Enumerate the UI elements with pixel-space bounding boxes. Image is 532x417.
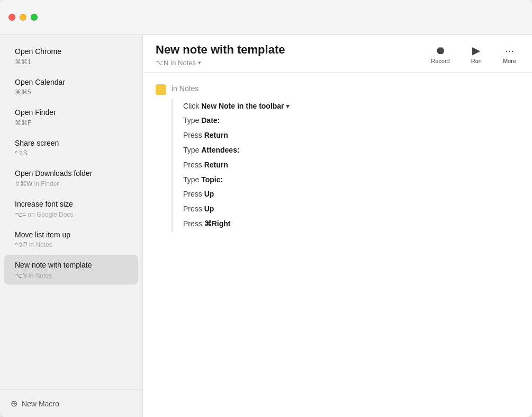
run-icon: ▶ <box>472 45 480 56</box>
content-title: New note with template <box>156 42 285 58</box>
step-suffix: ▾ <box>284 102 290 110</box>
step-keyword: Type <box>183 116 201 125</box>
sidebar-item-move-list-item[interactable]: Move list item up ^⇧P in Notes <box>4 225 138 254</box>
step-value: Topic: <box>201 175 223 184</box>
main-window: Open Chrome ⌘⌘1 Open Calendar ⌘⌘5 Open F… <box>0 0 532 417</box>
steps-area: in Notes Click New Note in the toolbar ▾… <box>143 73 532 417</box>
step-item: Type Attendees: <box>183 143 519 158</box>
sidebar-item-shortcut: ⌥= on Google Docs <box>15 211 128 218</box>
app-context-label: in Notes <box>172 83 199 93</box>
plus-circle-icon: ⊕ <box>11 398 17 409</box>
notes-app-icon <box>156 84 166 95</box>
sidebar-item-title: Open Calendar <box>15 77 128 88</box>
content-panel: New note with template ⌥N in Notes ▾ ⏺ R… <box>143 35 532 417</box>
step-keyword: Press <box>183 161 204 169</box>
step-value: ⌘Right <box>204 219 231 228</box>
sidebar-item-title: New note with template <box>15 260 128 271</box>
step-keyword: Press <box>183 205 204 213</box>
close-button[interactable] <box>8 14 15 21</box>
sidebar-item-shortcut: ⌘⌘5 <box>15 88 128 96</box>
sidebar-item-share-screen[interactable]: Share screen ^⇧S <box>4 133 138 163</box>
title-bar <box>0 0 532 35</box>
step-value: Attendees: <box>201 146 239 154</box>
step-value: Date: <box>201 116 220 125</box>
sidebar-item-title: Share screen <box>15 138 128 149</box>
step-value: New Note in the toolbar <box>201 102 284 110</box>
sidebar-item-shortcut: ^⇧S <box>15 149 128 157</box>
step-item: Type Date: <box>183 113 519 128</box>
record-icon: ⏺ <box>435 45 446 56</box>
sidebar-item-shortcut: ⌥N in Notes <box>15 272 128 279</box>
sidebar-item-open-chrome[interactable]: Open Chrome ⌘⌘1 <box>4 41 138 71</box>
sidebar-item-open-finder[interactable]: Open Finder ⌘⌘F <box>4 102 138 132</box>
step-value: Return <box>204 131 228 139</box>
content-subtitle: ⌥N in Notes ▾ <box>156 59 285 67</box>
sidebar-item-open-calendar[interactable]: Open Calendar ⌘⌘5 <box>4 72 138 102</box>
maximize-button[interactable] <box>31 14 38 21</box>
new-macro-label: New Macro <box>22 400 59 408</box>
in-notes-label: in Notes <box>170 59 196 67</box>
sidebar-item-increase-font[interactable]: Increase font size ⌥= on Google Docs <box>4 194 138 224</box>
step-item: Press Up <box>183 187 519 202</box>
more-button[interactable]: ··· More <box>500 43 519 66</box>
step-item: Type Topic: <box>183 173 519 188</box>
sidebar-item-title: Open Chrome <box>15 47 128 57</box>
content-header: New note with template ⌥N in Notes ▾ ⏺ R… <box>143 35 532 73</box>
step-value: Up <box>204 190 214 198</box>
sidebar-item-title: Move list item up <box>15 230 128 241</box>
sidebar-item-open-downloads[interactable]: Open Downloads folder ⇧⌘W in Finder <box>4 163 138 193</box>
step-item: Press Up <box>183 202 519 217</box>
step-item: Press Return <box>183 158 519 173</box>
sidebar-item-shortcut: ^⇧P in Notes <box>15 241 128 249</box>
sidebar-item-shortcut: ⌘⌘F <box>15 119 128 127</box>
sidebar-item-title: Increase font size <box>15 199 128 210</box>
step-keyword: Type <box>183 175 201 184</box>
sidebar-list: Open Chrome ⌘⌘1 Open Calendar ⌘⌘5 Open F… <box>0 35 142 389</box>
more-label: More <box>503 58 516 64</box>
step-value: Return <box>204 161 228 169</box>
record-label: Record <box>431 58 449 64</box>
content-title-area: New note with template ⌥N in Notes ▾ <box>156 42 285 67</box>
steps-list: Click New Note in the toolbar ▾ Type Dat… <box>172 99 519 232</box>
more-icon: ··· <box>505 45 514 56</box>
sidebar: Open Chrome ⌘⌘1 Open Calendar ⌘⌘5 Open F… <box>0 35 143 417</box>
traffic-lights <box>8 14 38 21</box>
sidebar-item-title: Open Finder <box>15 108 128 118</box>
minimize-button[interactable] <box>20 14 26 21</box>
sidebar-item-shortcut: ⌘⌘1 <box>15 58 128 66</box>
run-label: Run <box>471 58 482 64</box>
new-macro-button[interactable]: ⊕ New Macro <box>0 389 142 417</box>
step-keyword: Type <box>183 146 201 154</box>
app-context: in Notes <box>156 83 519 95</box>
sidebar-item-shortcut: ⇧⌘W in Finder <box>15 180 128 188</box>
step-keyword: Press <box>183 219 204 228</box>
step-keyword: Press <box>183 131 204 139</box>
step-value: Up <box>204 205 214 213</box>
record-button[interactable]: ⏺ Record <box>428 43 453 66</box>
step-item: Press ⌘Right <box>183 217 519 232</box>
main-layout: Open Chrome ⌘⌘1 Open Calendar ⌘⌘5 Open F… <box>0 35 532 417</box>
toolbar-actions: ⏺ Record ▶ Run ··· More <box>428 43 519 66</box>
chevron-down-icon[interactable]: ▾ <box>198 59 201 66</box>
shortcut-label: ⌥N <box>156 59 168 67</box>
step-item: Press Return <box>183 128 519 143</box>
step-keyword: Press <box>183 190 204 198</box>
run-button[interactable]: ▶ Run <box>468 43 485 66</box>
step-item: Click New Note in the toolbar ▾ <box>183 99 519 114</box>
step-keyword: Click <box>183 102 201 110</box>
sidebar-item-new-note-template[interactable]: New note with template ⌥N in Notes <box>4 255 138 285</box>
sidebar-item-title: Open Downloads folder <box>15 168 128 179</box>
